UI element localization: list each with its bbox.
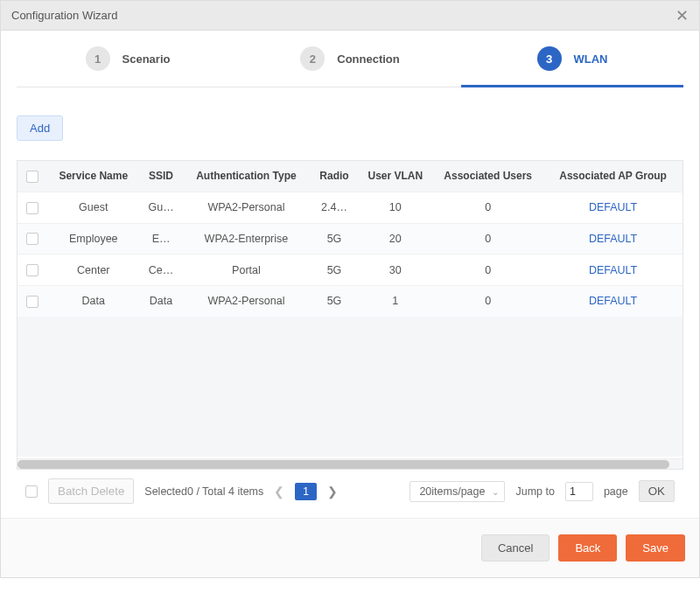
table-row[interactable]: DataDataWPA2-Personal5G10DEFAULT xyxy=(18,285,682,316)
cell-service: Guest xyxy=(47,192,140,223)
step-label: WLAN xyxy=(574,52,608,66)
cell-ssid: Data xyxy=(140,285,183,316)
row-checkbox[interactable] xyxy=(26,233,38,245)
cell-ap-group-link[interactable]: DEFAULT xyxy=(543,285,682,316)
dialog-title: Configuration Wizard xyxy=(11,1,117,31)
close-icon[interactable]: ✕ xyxy=(676,1,689,31)
row-checkbox[interactable] xyxy=(26,296,38,308)
cell-users: 0 xyxy=(432,192,543,223)
col-ssid[interactable]: SSID xyxy=(140,161,183,192)
page-label: page xyxy=(604,485,628,498)
table-row[interactable]: CenterCe…Portal5G300DEFAULT xyxy=(18,255,682,286)
cell-users: 0 xyxy=(432,223,543,255)
cell-radio: 2.4… xyxy=(310,192,358,223)
cell-auth: WPA2-Personal xyxy=(182,285,310,316)
step-label: Scenario xyxy=(122,52,171,66)
current-page-badge[interactable]: 1 xyxy=(295,483,317,500)
prev-page-icon[interactable]: ❮ xyxy=(272,485,286,499)
cell-service: Center xyxy=(47,255,140,286)
col-user-vlan[interactable]: User VLAN xyxy=(358,161,432,192)
horizontal-scrollbar[interactable] xyxy=(18,458,682,469)
cell-radio: 5G xyxy=(310,285,358,316)
dialog-footer: Cancel Back Save xyxy=(1,518,699,577)
content-area: Add xyxy=(1,87,699,518)
cell-ap-group-link[interactable]: DEFAULT xyxy=(543,223,682,255)
step-connection[interactable]: 2 Connection xyxy=(239,46,461,87)
step-label: Connection xyxy=(337,52,400,66)
cell-auth: WPA2-Personal xyxy=(182,192,310,223)
select-all-checkbox[interactable] xyxy=(26,171,38,183)
config-wizard-dialog: Configuration Wizard ✕ 1 Scenario 2 Conn… xyxy=(0,0,700,578)
col-service-name[interactable]: Service Name xyxy=(47,161,140,192)
cell-vlan: 20 xyxy=(358,223,432,255)
col-radio[interactable]: Radio xyxy=(310,161,358,192)
cancel-button[interactable]: Cancel xyxy=(481,534,550,562)
table-header-row: Service Name SSID Authentication Type Ra… xyxy=(18,161,682,192)
cell-service: Data xyxy=(47,285,140,316)
cell-ssid: Gu… xyxy=(140,192,183,223)
cell-radio: 5G xyxy=(310,223,358,255)
step-number-icon: 3 xyxy=(537,46,562,71)
cell-vlan: 1 xyxy=(358,285,432,316)
cell-vlan: 30 xyxy=(358,255,432,286)
cell-auth: WPA2-Enterprise xyxy=(182,223,310,255)
cell-auth: Portal xyxy=(182,255,310,286)
cell-radio: 5G xyxy=(310,255,358,286)
step-number-icon: 2 xyxy=(300,46,325,71)
cell-service: Employee xyxy=(47,223,140,255)
col-assoc-users[interactable]: Associated Users xyxy=(432,161,543,192)
batch-delete-button[interactable]: Batch Delete xyxy=(48,478,134,504)
pager-bar: Batch Delete Selected0 / Total 4 items ❮… xyxy=(17,470,683,513)
cell-ssid: Ce… xyxy=(140,255,183,286)
step-number-icon: 1 xyxy=(86,46,110,71)
cell-vlan: 10 xyxy=(358,192,432,223)
row-checkbox[interactable] xyxy=(26,264,38,276)
dialog-titlebar: Configuration Wizard ✕ xyxy=(1,1,699,31)
next-page-icon[interactable]: ❯ xyxy=(326,485,340,499)
select-all-bottom-checkbox[interactable] xyxy=(25,485,38,498)
chevron-down-icon: ⌄ xyxy=(492,487,499,497)
cell-users: 0 xyxy=(432,255,543,286)
col-ap-group[interactable]: Associated AP Group xyxy=(543,161,682,192)
row-checkbox[interactable] xyxy=(26,202,38,214)
jump-to-label: Jump to xyxy=(515,485,554,498)
step-wlan[interactable]: 3 WLAN xyxy=(461,46,683,87)
save-button[interactable]: Save xyxy=(626,534,685,562)
selection-summary: Selected0 / Total 4 items xyxy=(144,485,263,498)
items-per-page-select[interactable]: 20items/page ⌄ xyxy=(410,481,505,502)
table-empty-area xyxy=(18,317,682,457)
table-row[interactable]: EmployeeE…WPA2-Enterprise5G200DEFAULT xyxy=(18,223,682,255)
wlan-table: Service Name SSID Authentication Type Ra… xyxy=(17,160,683,470)
jump-to-input[interactable]: 1 xyxy=(565,482,593,501)
per-page-label: 20items/page xyxy=(419,485,485,498)
back-button[interactable]: Back xyxy=(558,534,617,562)
cell-ap-group-link[interactable]: DEFAULT xyxy=(543,255,682,286)
add-button[interactable]: Add xyxy=(17,115,63,141)
cell-users: 0 xyxy=(432,285,543,316)
table-row[interactable]: GuestGu…WPA2-Personal2.4…100DEFAULT xyxy=(18,192,682,223)
cell-ssid: E… xyxy=(140,223,183,255)
cell-ap-group-link[interactable]: DEFAULT xyxy=(543,192,682,223)
scrollbar-thumb[interactable] xyxy=(18,460,669,469)
step-scenario[interactable]: 1 Scenario xyxy=(17,46,239,87)
jump-ok-button[interactable]: OK xyxy=(639,480,675,502)
wizard-steps: 1 Scenario 2 Connection 3 WLAN xyxy=(17,46,683,87)
col-auth-type[interactable]: Authentication Type xyxy=(182,161,310,192)
